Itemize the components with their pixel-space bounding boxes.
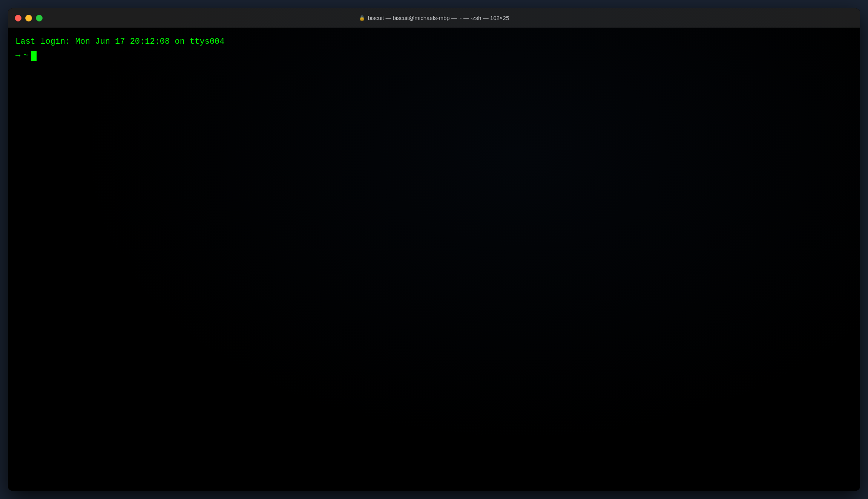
lock-icon: 🔒 [359, 15, 365, 21]
traffic-lights [15, 15, 43, 21]
minimize-button[interactable] [25, 15, 32, 21]
prompt-arrow-icon: → [15, 49, 20, 62]
last-login-line: Last login: Mon Jun 17 20:12:08 on ttys0… [15, 35, 853, 48]
terminal-body[interactable]: Last login: Mon Jun 17 20:12:08 on ttys0… [8, 28, 860, 491]
title-bar: 🔒 biscuit — biscuit@michaels-mbp — ~ — -… [8, 8, 860, 28]
title-label: biscuit — biscuit@michaels-mbp — ~ — -zs… [368, 15, 509, 21]
terminal-window[interactable]: 🔒 biscuit — biscuit@michaels-mbp — ~ — -… [8, 8, 860, 491]
window-title: 🔒 biscuit — biscuit@michaels-mbp — ~ — -… [359, 15, 509, 21]
close-button[interactable] [15, 15, 21, 21]
maximize-button[interactable] [36, 15, 43, 21]
prompt-tilde: ~ [23, 49, 28, 62]
terminal-cursor [31, 51, 37, 61]
prompt-line[interactable]: → ~ [15, 49, 853, 62]
